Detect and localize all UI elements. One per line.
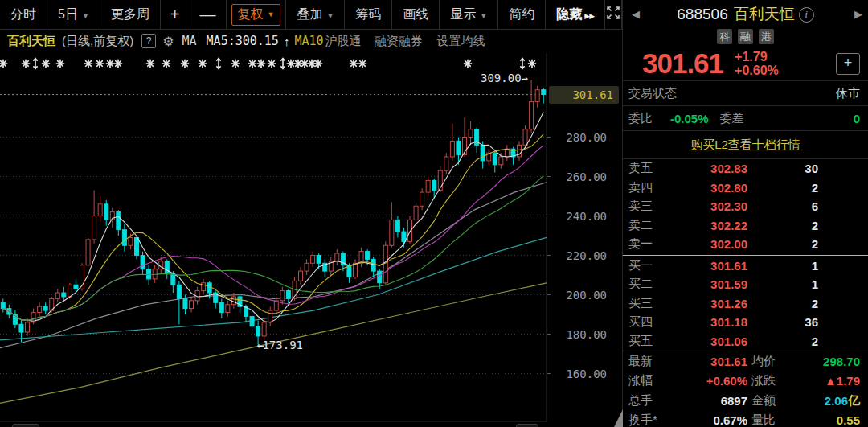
ask-row[interactable]: 卖二302.222 bbox=[623, 216, 868, 236]
display-dropdown-label: 显示 bbox=[450, 7, 476, 21]
ask-price: 302.83 bbox=[664, 162, 747, 175]
event-star-icon[interactable] bbox=[199, 60, 206, 67]
ask-row[interactable]: 卖三302.306 bbox=[623, 197, 868, 216]
right-arrow-icon: → bbox=[522, 72, 526, 84]
bid-row[interactable]: 买一301.611 bbox=[623, 257, 868, 276]
simple-mode-button-label: 简约 bbox=[509, 7, 534, 21]
period-5day-dropdown[interactable]: 5日▼ bbox=[47, 0, 100, 29]
bid-row[interactable]: 买四301.1836 bbox=[623, 313, 868, 332]
event-star-icon[interactable] bbox=[181, 60, 188, 67]
ask-row[interactable]: 卖五302.8330 bbox=[623, 159, 868, 179]
help-icon[interactable]: ? bbox=[141, 34, 156, 48]
quote-panel: ◀ 688506 百利天恒 i ▶ 科融港 301.61 +1.79 +0.60… bbox=[623, 0, 868, 427]
event-star-icon[interactable] bbox=[106, 60, 113, 67]
event-star-icon[interactable] bbox=[257, 60, 264, 67]
chip-distribution-button[interactable]: 筹码 bbox=[345, 0, 392, 29]
event-star-icon[interactable] bbox=[350, 60, 357, 67]
weibi-value: -0.05% bbox=[670, 112, 709, 125]
weicha-label: 委差 bbox=[720, 111, 744, 126]
event-star-icon[interactable] bbox=[146, 60, 154, 67]
simple-mode-button[interactable]: 简约 bbox=[498, 0, 546, 29]
bid-row[interactable]: 买五301.062 bbox=[623, 332, 868, 351]
hide-panel-button-label: 隐藏 bbox=[556, 7, 582, 21]
buy-l2-link[interactable]: 购买L2查看十档行情 bbox=[690, 138, 800, 153]
kline-plot[interactable] bbox=[0, 0, 622, 427]
display-dropdown[interactable]: 显示▼ bbox=[440, 0, 498, 29]
chevron-down-icon: ▼ bbox=[326, 12, 334, 20]
chevron-down-icon: ▼ bbox=[82, 12, 89, 20]
event-arrow-icon[interactable] bbox=[33, 59, 37, 69]
event-arrow-icon[interactable] bbox=[280, 59, 285, 69]
event-arrow-icon[interactable] bbox=[520, 59, 524, 69]
event-star-icon[interactable] bbox=[287, 60, 294, 67]
stat-label: 总手 bbox=[628, 393, 683, 409]
stat-label: 换手* bbox=[628, 413, 683, 427]
set-ma-button[interactable]: 设置均线 bbox=[437, 34, 485, 49]
ask-levels: 卖五302.8330卖四302.802卖三302.306卖二302.222卖一3… bbox=[623, 159, 868, 254]
chevron-down-icon: ▼ bbox=[268, 10, 275, 18]
ask-row[interactable]: 卖一302.002 bbox=[623, 235, 868, 254]
event-star-icon[interactable] bbox=[464, 60, 471, 67]
event-star-icon[interactable] bbox=[0, 60, 7, 67]
event-star-icon[interactable] bbox=[358, 60, 366, 67]
event-star-icon[interactable] bbox=[528, 60, 535, 67]
bid-levels: 买一301.611买二301.591买三301.262买四301.1836买五3… bbox=[623, 257, 868, 351]
adjust-mode-dropdown[interactable]: 复权▼ bbox=[227, 0, 287, 29]
bid-price: 301.18 bbox=[664, 315, 747, 329]
event-star-icon[interactable] bbox=[248, 60, 256, 67]
event-star-icon[interactable] bbox=[96, 60, 103, 67]
event-star-icon[interactable] bbox=[114, 60, 121, 67]
resize-handle[interactable] bbox=[614, 409, 623, 427]
info-icon[interactable]: i bbox=[799, 7, 814, 23]
fullscreen-button[interactable] bbox=[605, 0, 622, 29]
trading-status-label: 交易状态 bbox=[628, 86, 677, 101]
chart-header: 百利天恒 (日线,前复权) ? ⚙ MA MA5:300.15 ↑ MA10 沪… bbox=[0, 30, 622, 52]
chart-stock-name: 百利天恒 bbox=[7, 34, 55, 49]
stat-value: 0.55 bbox=[796, 413, 860, 427]
tab-minute-chart[interactable]: 分时 bbox=[0, 0, 47, 29]
event-star-icon[interactable] bbox=[56, 60, 63, 67]
bid-label: 买五 bbox=[628, 334, 664, 349]
bid-label: 买四 bbox=[628, 314, 664, 330]
bid-vol: 1 bbox=[747, 277, 818, 291]
hgt-tag[interactable]: 沪股通 bbox=[326, 34, 362, 49]
bid-row[interactable]: 买三301.262 bbox=[623, 294, 868, 314]
ma-label: MA bbox=[182, 34, 197, 48]
gear-icon[interactable]: ⚙ bbox=[162, 34, 174, 49]
bid-price: 301.59 bbox=[664, 277, 747, 291]
event-star-icon[interactable] bbox=[231, 60, 239, 67]
draw-line-button[interactable]: 画线 bbox=[392, 0, 440, 29]
bid-vol: 36 bbox=[747, 315, 818, 329]
event-star-icon[interactable] bbox=[162, 60, 170, 67]
more-periods-button[interactable]: 更多周 bbox=[100, 0, 161, 29]
next-stock-arrow[interactable]: ▶ bbox=[850, 0, 866, 29]
trading-status-value: 休市 bbox=[836, 86, 860, 101]
event-star-icon[interactable] bbox=[314, 60, 321, 67]
event-star-icon[interactable] bbox=[22, 60, 29, 67]
y-axis-tick-label: 280.00 bbox=[548, 130, 622, 145]
stat-label: 量比 bbox=[751, 413, 796, 427]
stat-value: 298.70 bbox=[796, 355, 860, 368]
add-to-watchlist-button[interactable]: + bbox=[836, 53, 860, 75]
ask-price: 302.22 bbox=[664, 219, 747, 232]
ask-row[interactable]: 卖四302.802 bbox=[623, 179, 868, 198]
overlay-dropdown[interactable]: 叠加▼ bbox=[286, 0, 345, 29]
event-star-icon[interactable] bbox=[268, 60, 275, 67]
event-arrow-icon[interactable] bbox=[216, 59, 220, 69]
zoom-in-button[interactable]: + bbox=[161, 0, 190, 29]
stock-code: 688506 bbox=[677, 6, 727, 23]
prev-stock-arrow[interactable]: ◀ bbox=[628, 0, 644, 29]
ask-vol: 2 bbox=[747, 237, 818, 251]
bid-row[interactable]: 买二301.591 bbox=[623, 275, 868, 294]
last-price: 301.61 bbox=[642, 47, 723, 80]
time-axis-stub-right bbox=[516, 424, 538, 427]
stat-label: 涨幅 bbox=[628, 373, 683, 388]
y-axis-tick-label: 240.00 bbox=[548, 209, 622, 224]
zoom-out-button[interactable]: — bbox=[190, 0, 227, 29]
event-star-icon[interactable] bbox=[42, 60, 49, 67]
event-star-icon[interactable] bbox=[301, 60, 308, 67]
rzrq-tag[interactable]: 融资融券 bbox=[375, 34, 423, 49]
hide-panel-button[interactable]: 隐藏▶▶ bbox=[546, 0, 605, 29]
price-block: 301.61 +1.79 +0.60% + bbox=[623, 47, 868, 80]
event-star-icon[interactable] bbox=[84, 60, 92, 67]
